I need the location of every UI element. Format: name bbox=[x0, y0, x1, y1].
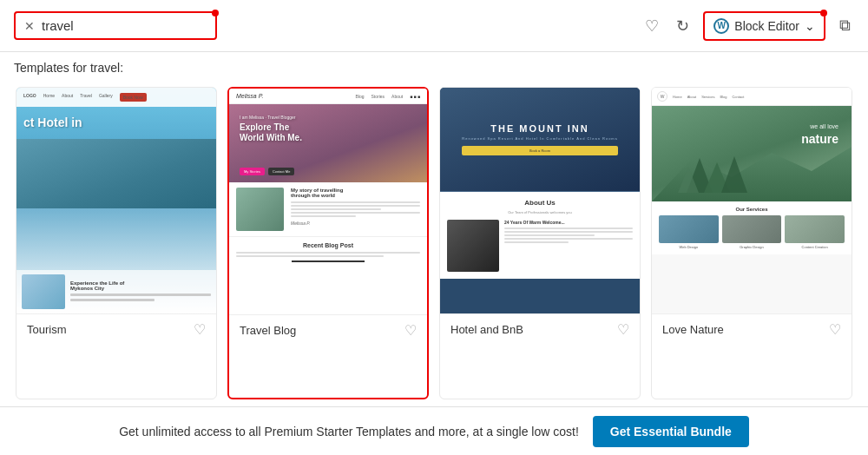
travel-blog-heart-icon[interactable]: ♡ bbox=[404, 322, 417, 339]
tourism-nav-logo: LOGO bbox=[23, 93, 36, 102]
hl1 bbox=[504, 228, 633, 229]
hotel-hero-content: THE MOUNT INN Renowned Spa Resort And Ho… bbox=[462, 123, 617, 155]
travel-nav-links: Blog Stories About ■ ■ ■ bbox=[356, 94, 421, 99]
nature-hero-text: we all love nature bbox=[801, 119, 838, 147]
search-red-dot bbox=[212, 10, 219, 16]
travel-mid-text: My story of travellingthrough the world … bbox=[284, 188, 420, 231]
travel-blog-card-footer: Travel Blog ♡ bbox=[229, 314, 427, 346]
search-input[interactable] bbox=[42, 18, 207, 33]
nature-service-grid: Web Design Graphic Design Content Creati… bbox=[659, 215, 845, 249]
travel-blog-preview: Melissa P. Blog Stories About ■ ■ ■ I am… bbox=[229, 89, 427, 314]
ns-label2: Graphic Design bbox=[722, 245, 782, 249]
tn-link3: About bbox=[391, 94, 403, 99]
tourism-title-text: Experience the Life ofMykonos City bbox=[70, 280, 211, 291]
hotel-content-image bbox=[447, 220, 499, 272]
tourism-hero-text: ct Hotel in bbox=[16, 107, 216, 139]
tl1 bbox=[291, 201, 420, 203]
tl2 bbox=[291, 205, 420, 207]
ns-label1: Web Design bbox=[659, 245, 719, 249]
tourism-heart-icon[interactable]: ♡ bbox=[194, 321, 206, 338]
search-container: ✕ bbox=[14, 11, 217, 40]
travel-hero-buttons: My Stories Contact Me bbox=[240, 168, 294, 175]
bl2 bbox=[236, 255, 384, 257]
hotel-hero: THE MOUNT INN Renowned Spa Resort And Ho… bbox=[440, 88, 640, 192]
hotel-preview-inner: THE MOUNT INN Renowned Spa Resort And Ho… bbox=[440, 88, 640, 313]
template-card-nature[interactable]: W Home About Services Blog Contact we al… bbox=[651, 87, 852, 399]
travel-btn-primary: My Stories bbox=[240, 168, 265, 175]
bl1 bbox=[236, 252, 420, 254]
hotel-tagline: Renowned Spa Resort And Hotel In Comfort… bbox=[462, 136, 617, 141]
ns-img2 bbox=[722, 215, 782, 243]
travel-mid-image bbox=[236, 188, 284, 231]
hl2 bbox=[504, 231, 633, 233]
nature-logo: W bbox=[657, 91, 667, 102]
header: ✕ ♡ ↻ W Block Editor ⌄ ⧉ bbox=[0, 0, 868, 52]
tn-link2: Stories bbox=[372, 94, 385, 99]
hotel-heart-icon[interactable]: ♡ bbox=[617, 321, 629, 338]
hotel-content: 24 Years Of Warm Welcome... bbox=[447, 220, 633, 272]
travel-preview-inner: Melissa P. Blog Stories About ■ ■ ■ I am… bbox=[229, 89, 427, 314]
nature-card-name: Love Nature bbox=[662, 323, 724, 336]
ns-label3: Content Creation bbox=[785, 245, 845, 249]
travel-mid: My story of travellingthrough the world … bbox=[229, 182, 427, 237]
tourism-detail: Experience the Life ofMykonos City bbox=[16, 270, 216, 313]
results-label: Templates for travel: bbox=[14, 61, 123, 75]
tourism-preview: LOGO Home About Travel Gallery Book Now … bbox=[16, 88, 216, 313]
hotel-content-text: 24 Years Of Warm Welcome... bbox=[504, 220, 633, 272]
block-editor-red-dot bbox=[820, 10, 827, 16]
tourism-line1 bbox=[70, 293, 211, 296]
refresh-button[interactable]: ↻ bbox=[673, 13, 693, 39]
tourism-card-name: Tourism bbox=[27, 323, 67, 336]
travel-blog-card-name: Travel Blog bbox=[240, 324, 296, 337]
tourism-text: Experience the Life ofMykonos City bbox=[70, 280, 211, 304]
hotel-about: About Us Our Team of Professionals welco… bbox=[440, 192, 640, 279]
template-card-tourism[interactable]: LOGO Home About Travel Gallery Book Now … bbox=[16, 87, 217, 399]
template-card-travel-blog[interactable]: Melissa P. Blog Stories About ■ ■ ■ I am… bbox=[227, 87, 429, 399]
tn-link4: ■ ■ ■ bbox=[410, 94, 420, 99]
clear-search-icon[interactable]: ✕ bbox=[24, 19, 35, 33]
tourism-nav: LOGO Home About Travel Gallery Book Now bbox=[16, 88, 216, 107]
tourism-nav-link4: Gallery bbox=[99, 93, 113, 102]
tl4 bbox=[291, 212, 420, 214]
nn-link1: Home bbox=[673, 95, 682, 99]
template-card-hotel[interactable]: THE MOUNT INN Renowned Spa Resort And Ho… bbox=[439, 87, 641, 399]
travel-nav-logo: Melissa P. bbox=[236, 93, 263, 99]
hotel-text-lines bbox=[504, 228, 633, 243]
get-bundle-button[interactable]: Get Essential Bundle bbox=[593, 416, 749, 447]
hotel-cta-btn: Book a Room bbox=[462, 146, 617, 155]
travel-mid-signature: Melissa P. bbox=[291, 221, 420, 226]
tourism-preview-inner: LOGO Home About Travel Gallery Book Now … bbox=[16, 88, 216, 313]
travel-hero: I am Melissa · Travel Blogger Explore Th… bbox=[229, 104, 427, 182]
nature-service-1: Web Design bbox=[659, 215, 719, 249]
block-editor-label: Block Editor bbox=[734, 19, 799, 33]
hotel-card-name: Hotel and BnB bbox=[450, 323, 523, 336]
travel-nav: Melissa P. Blog Stories About ■ ■ ■ bbox=[229, 89, 427, 104]
bottom-banner: Get unlimited access to all Premium Star… bbox=[0, 406, 868, 455]
search-wrapper: ✕ bbox=[14, 11, 217, 40]
favorites-button[interactable]: ♡ bbox=[641, 13, 662, 39]
tn-link1: Blog bbox=[356, 94, 365, 99]
nn-link3: Services bbox=[701, 95, 714, 99]
hotel-about-title: About Us bbox=[447, 199, 633, 207]
travel-btn-secondary: Contact Me bbox=[268, 168, 294, 175]
nature-card-footer: Love Nature ♡ bbox=[652, 313, 852, 345]
tourism-line2 bbox=[70, 299, 155, 301]
nature-hero: we all love nature bbox=[652, 106, 852, 201]
travel-blog-lines bbox=[236, 252, 420, 257]
chevron-down-icon: ⌄ bbox=[805, 19, 815, 33]
nature-service-2: Graphic Design bbox=[722, 215, 782, 249]
travel-blog-section: Recent Blog Post bbox=[229, 237, 427, 267]
hl4 bbox=[504, 238, 633, 240]
travel-hero-text: I am Melissa · Travel Blogger Explore Th… bbox=[240, 115, 302, 143]
header-actions: ♡ ↻ W Block Editor ⌄ ⧉ bbox=[641, 11, 854, 41]
block-editor-button[interactable]: W Block Editor ⌄ bbox=[703, 11, 825, 41]
tl5 bbox=[291, 215, 356, 217]
svg-marker-2 bbox=[721, 156, 747, 193]
external-link-button[interactable]: ⧉ bbox=[836, 13, 854, 38]
ns-img3 bbox=[785, 215, 845, 243]
tourism-nav-btn: Book Now bbox=[120, 93, 147, 102]
nature-preview-inner: W Home About Services Blog Contact we al… bbox=[652, 88, 852, 313]
banner-text: Get unlimited access to all Premium Star… bbox=[119, 425, 579, 439]
nature-heart-icon[interactable]: ♡ bbox=[829, 321, 841, 338]
hotel-preview: THE MOUNT INN Renowned Spa Resort And Ho… bbox=[440, 88, 640, 313]
